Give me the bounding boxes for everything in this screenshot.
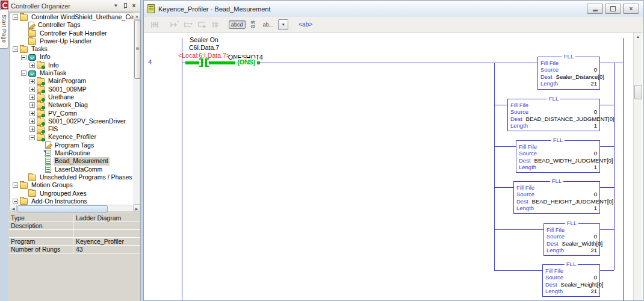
show-description-toggle[interactable]: abcd xyxy=(229,20,246,29)
expand-icon[interactable] xyxy=(29,63,35,68)
tree-item-motion-groups[interactable]: Motion Groups xyxy=(10,181,134,189)
scrollbar-thumb[interactable] xyxy=(134,20,141,79)
new-rung-icon[interactable] xyxy=(170,20,179,29)
tree-item-controller[interactable]: Controller WindShield_Urethane_Cell_at_J… xyxy=(10,13,134,21)
scroll-right-icon[interactable]: ▶ xyxy=(133,205,140,211)
expand-icon[interactable] xyxy=(29,126,35,132)
tree-item-urethane[interactable]: Urethane xyxy=(10,93,134,101)
collapse-icon[interactable] xyxy=(13,14,18,20)
restore-button[interactable] xyxy=(605,4,621,14)
fll-instruction[interactable]: FLL Fill File Source0 DestBEAD_HEIGHT_JU… xyxy=(513,181,600,214)
tree-item-tasks[interactable]: Tasks xyxy=(10,45,134,53)
editor-title: Keyence_Profiler - Bead_Mesurement xyxy=(158,5,270,13)
left-power-rail xyxy=(182,38,182,300)
tree-item-program-tags[interactable]: Program Tags xyxy=(10,141,134,149)
tree-item-fault-handler[interactable]: Controller Fault Handler xyxy=(10,29,134,37)
ladder-editor-window: Keyence_Profiler - Bead_Mesurement × abc… xyxy=(143,0,643,301)
collapse-icon[interactable] xyxy=(29,135,35,140)
organizer-header: Controller Organizer ▼ × xyxy=(8,0,140,12)
tree-item-s001-009mp[interactable]: S001_009MP xyxy=(10,85,134,93)
collapse-icon[interactable] xyxy=(13,199,18,204)
rung-number[interactable]: 4 xyxy=(148,58,152,66)
property-row: TypeLadder Diagram xyxy=(9,214,140,222)
branch-wire xyxy=(600,105,614,105)
branch-wire xyxy=(494,270,542,271)
ladder-canvas[interactable]: 4 Sealer On C6I.Data.7 <Local:6:I.Data.7… xyxy=(144,33,643,300)
folder-icon xyxy=(28,39,36,45)
folder-icon xyxy=(20,46,28,53)
scrollbar-thumb[interactable] xyxy=(634,85,642,99)
scrollbar-thumb[interactable] xyxy=(17,205,108,213)
toggle-bit-icon[interactable] xyxy=(150,20,159,29)
close-icon[interactable]: × xyxy=(130,2,138,10)
tag-display-icon[interactable]: <ab> xyxy=(299,21,312,28)
program-icon xyxy=(37,95,45,101)
tree-item-mainprogram[interactable]: MainProgram xyxy=(10,77,134,85)
chevron-down-icon[interactable]: ▼ xyxy=(112,2,120,10)
branch-rail-right xyxy=(614,63,615,270)
energized-wire xyxy=(209,61,232,64)
folder-icon xyxy=(28,190,36,197)
nested-branch-icon[interactable] xyxy=(211,20,221,29)
tree-item-ungrouped-axes[interactable]: Ungrouped Axes xyxy=(10,190,134,197)
rung-branch-icon[interactable] xyxy=(184,20,193,29)
tree-item-maintask[interactable]: MainTask xyxy=(10,69,134,77)
expand-icon[interactable] xyxy=(29,79,35,84)
collapse-icon[interactable] xyxy=(13,182,18,188)
controller-organizer-panel: Controller Organizer ▼ × Controller Wind… xyxy=(8,0,141,301)
xic-contact[interactable] xyxy=(199,58,203,67)
scroll-up-icon[interactable]: ▲ xyxy=(634,33,642,40)
expand-icon[interactable] xyxy=(29,111,35,116)
tree-item-keyence-profiler[interactable]: Keyence_Profiler xyxy=(10,133,134,141)
tree-horizontal-scrollbar[interactable]: ◀ ▶ xyxy=(10,205,140,212)
fll-instruction[interactable]: FLL Fill File Source0 DestSealer_Width[0… xyxy=(543,223,600,256)
tree-item-fis[interactable]: FIS xyxy=(10,125,134,133)
fll-instruction[interactable]: FLL Fill File Source0 DestSealer_Height[… xyxy=(542,264,600,297)
collapse-icon[interactable] xyxy=(21,70,26,76)
ons-instruction[interactable]: [ONS] xyxy=(235,58,257,66)
tree-item-info-program[interactable]: Info xyxy=(10,61,134,69)
tree-item-unscheduled[interactable]: Unscheduled Programs / Phases xyxy=(10,173,134,181)
description-options[interactable]: ab... xyxy=(263,22,274,28)
tree-item-mainroutine[interactable]: MainRoutine xyxy=(10,149,134,157)
wrap-description-icon[interactable]: abcd xyxy=(251,20,255,28)
organizer-title: Controller Organizer xyxy=(11,2,70,10)
expand-icon[interactable] xyxy=(29,102,35,108)
close-button[interactable]: × xyxy=(623,4,639,14)
start-page-tab[interactable]: Start Page xyxy=(0,9,8,49)
tree-item-laserdatacomm[interactable]: LaserDataComm xyxy=(10,166,134,173)
scroll-left-icon[interactable]: ◀ xyxy=(10,205,17,211)
tree-item-network-diag[interactable]: Network_Diag xyxy=(10,101,134,109)
tree-item-powerup-handler[interactable]: Power-Up Handler xyxy=(10,37,134,45)
fll-instruction[interactable]: FLL Fill File Source0 DestBEAD_WIDTH_JUD… xyxy=(516,140,600,173)
controller-icon xyxy=(20,14,28,21)
tree-item-info-task[interactable]: Info xyxy=(10,53,134,61)
energized-wire xyxy=(185,61,199,64)
program-icon xyxy=(37,134,45,141)
expand-icon[interactable] xyxy=(29,95,35,100)
fll-instruction[interactable]: FLL Fill File Source0 DestSealer_Distanc… xyxy=(537,57,600,90)
dropdown-arrow-icon[interactable]: ▼ xyxy=(278,19,288,30)
tree-vertical-scrollbar[interactable]: ▲ ▼ xyxy=(134,13,140,211)
ladder-vertical-scrollbar[interactable]: ▲ xyxy=(633,33,642,300)
branch-wire xyxy=(494,146,516,147)
folder-icon xyxy=(20,198,28,205)
fll-instruction[interactable]: FLL Fill File Source0 DestBEAD_DISTANCE_… xyxy=(507,99,600,131)
program-icon xyxy=(37,126,45,133)
tree-item-screendriver[interactable]: S001_002PV_ScreenDriver xyxy=(10,117,134,125)
folder-icon xyxy=(20,182,28,189)
branch-wire xyxy=(600,229,614,230)
expand-icon[interactable] xyxy=(29,119,35,124)
expand-icon[interactable] xyxy=(29,87,35,92)
collapse-icon[interactable] xyxy=(13,46,18,52)
editor-titlebar[interactable]: Keyence_Profiler - Bead_Mesurement × xyxy=(144,1,643,17)
pin-icon[interactable] xyxy=(121,2,129,10)
tree-item-pv-comn[interactable]: PV_Comn xyxy=(10,110,134,117)
collapse-icon[interactable] xyxy=(21,55,26,60)
scroll-up-icon[interactable]: ▲ xyxy=(134,13,140,20)
tree-item-controller-tags[interactable]: Controller Tags xyxy=(10,21,134,29)
branch-level-icon[interactable] xyxy=(197,20,207,29)
minimize-button[interactable] xyxy=(587,4,603,14)
task-icon xyxy=(28,70,36,77)
tree-item-bead-mesurement[interactable]: Bead_Mesurement xyxy=(10,157,134,165)
